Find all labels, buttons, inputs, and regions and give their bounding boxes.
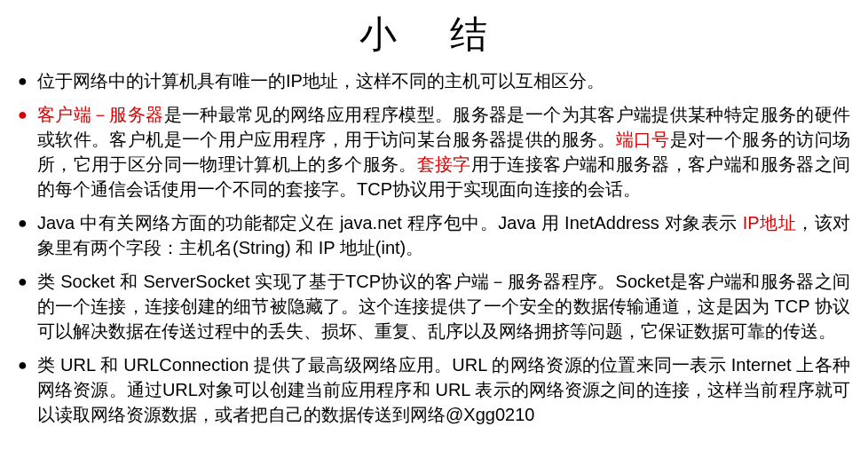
text-segment: 客户端－服务器 [37,105,164,124]
list-item: 客户端－服务器是一种最常见的网络应用程序模型。服务器是一个为其客户端提供某种特定… [18,102,850,201]
text-segment: 位于网络中的计算机具有唯一的IP地址，这样不同的主机可以互相区分。 [37,71,604,91]
text-segment: Java 中有关网络方面的功能都定义在 java.net 程序包中。Java 用… [37,213,743,233]
list-item: 类 URL 和 URLConnection 提供了最高级网络应用。URL 的网络… [18,352,850,427]
text-segment: 套接字 [417,154,471,174]
summary-list: 位于网络中的计算机具有唯一的IP地址，这样不同的主机可以互相区分。客户端－服务器… [18,68,850,427]
text-segment: 类 URL 和 URLConnection 提供了最高级网络应用。URL 的网络… [37,355,850,424]
text-segment: 类 Socket 和 ServerSocket 实现了基于TCP协议的客户端－服… [37,272,850,341]
text-segment: 端口号 [616,130,670,149]
list-item: Java 中有关网络方面的功能都定义在 java.net 程序包中。Java 用… [18,210,850,260]
text-segment: IP地址 [743,213,796,233]
list-item: 位于网络中的计算机具有唯一的IP地址，这样不同的主机可以互相区分。 [18,68,850,93]
list-item: 类 Socket 和 ServerSocket 实现了基于TCP协议的客户端－服… [18,269,850,344]
page-title: 小 结 [18,9,850,61]
